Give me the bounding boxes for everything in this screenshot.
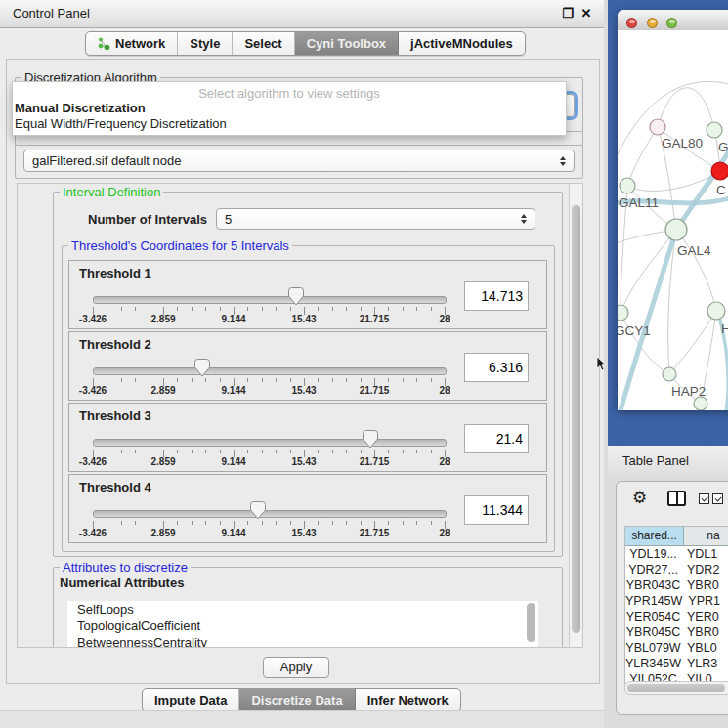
scrollbar-thumb[interactable]: [627, 684, 725, 692]
threshold-value-input[interactable]: [464, 281, 529, 311]
cell-name[interactable]: YBR0: [681, 578, 728, 593]
checkbox-icon[interactable]: [712, 493, 723, 504]
tab-infer-network[interactable]: Infer Network: [356, 689, 460, 711]
table-rows: YDL19...YDL1YDR27...YDR2YBR043CYBR0YPR14…: [625, 546, 728, 684]
cell-shared-name[interactable]: YDR27...: [625, 562, 681, 578]
cell-shared-name[interactable]: YPR145W: [625, 593, 682, 609]
tab-discretize-data[interactable]: Discretize Data: [239, 689, 355, 711]
network-node[interactable]: [711, 162, 728, 180]
vertical-scrollbar[interactable]: [569, 184, 582, 647]
status-strip: [0, 710, 604, 728]
gear-icon[interactable]: ⚙: [632, 488, 647, 508]
control-panel-window: Control Panel ❐ ✕ Network Style Select C…: [0, 0, 604, 728]
table-panel-titlebar: Table Panel: [608, 446, 728, 475]
threshold-value-input[interactable]: [464, 424, 529, 453]
traffic-light-close-icon[interactable]: [626, 18, 637, 28]
attributes-list[interactable]: SelfLoops TopologicalCoefficient Between…: [67, 601, 538, 648]
horizontal-scrollbar[interactable]: [624, 681, 728, 695]
network-canvas[interactable]: GAL80GACGAL11GAL4GCY1HHAP2: [618, 30, 728, 410]
group-attributes-label: Attributes to discretize: [60, 560, 191, 575]
threshold-value-input[interactable]: [464, 353, 529, 382]
cell-shared-name[interactable]: YBR045C: [625, 624, 681, 640]
network-node[interactable]: [707, 122, 722, 138]
cell-name[interactable]: YDR2: [681, 562, 728, 578]
slider-tick-labels: -3.4262.8599.14415.4321.71528: [93, 314, 445, 325]
slider-handle[interactable]: [288, 287, 304, 306]
table-row[interactable]: YDR27...YDR2: [625, 562, 728, 578]
slider-track[interactable]: [93, 510, 447, 518]
traffic-light-zoom-icon[interactable]: [666, 18, 677, 28]
table-panel-window: ⚙ shared... na YDL19...YDL1YDR27...YDR2Y…: [616, 481, 728, 715]
tab-cyni-toolbox[interactable]: Cyni Toolbox: [295, 32, 399, 55]
slider-track[interactable]: [93, 296, 447, 304]
tab-network[interactable]: Network: [86, 32, 178, 55]
cell-name[interactable]: YER0: [681, 609, 728, 624]
cell-shared-name[interactable]: YDL19...: [625, 546, 681, 562]
cell-shared-name[interactable]: YBL079W: [625, 640, 681, 656]
tab-impute-data[interactable]: Impute Data: [143, 689, 239, 711]
data-table[interactable]: shared... na YDL19...YDL1YDR27...YDR2YBR…: [624, 526, 728, 684]
split-view-icon[interactable]: [667, 491, 686, 506]
close-button[interactable]: ✕: [578, 6, 594, 21]
popup-option-manual[interactable]: Manual Discretization: [15, 101, 146, 115]
scrollbar-thumb[interactable]: [572, 205, 580, 633]
number-of-intervals-label: Number of Intervals: [88, 212, 207, 227]
cell-name[interactable]: YBL0: [681, 640, 728, 656]
table-row[interactable]: YLR345WYLR3: [625, 656, 728, 671]
network-titlebar[interactable]: [618, 10, 728, 31]
tab-jactivemnodules[interactable]: jActiveMNodules: [399, 32, 525, 55]
slider-handle[interactable]: [250, 501, 266, 520]
table-row[interactable]: YBL079WYBL0: [625, 640, 728, 656]
threshold-block: Threshold 4 -3.4262.8599.14415.4321.7152…: [68, 474, 547, 543]
node-label: GA: [718, 140, 728, 154]
slider-handle[interactable]: [363, 430, 378, 449]
group-table-data: Table Data galFiltered.sif default node: [15, 131, 583, 179]
table-data-combobox[interactable]: galFiltered.sif default node: [23, 150, 575, 172]
scroll-viewport: Interval Definition Number of Intervals …: [17, 183, 583, 648]
group-threshold-coordinates: Threshold's Coordinates for 5 Intervals …: [62, 245, 555, 552]
cell-shared-name[interactable]: YBR043C: [625, 578, 681, 593]
table-row[interactable]: YBR045CYBR0: [625, 624, 728, 640]
popup-option-equal-width[interactable]: Equal Width/Frequency Discretization: [15, 116, 227, 131]
group-attributes: Attributes to discretize Numerical Attri…: [53, 567, 563, 648]
tab-label: Style: [190, 36, 220, 51]
network-node[interactable]: [650, 119, 665, 135]
network-node[interactable]: [663, 367, 676, 381]
node-label: GAL80: [662, 136, 703, 150]
cell-shared-name[interactable]: YER054C: [625, 609, 681, 624]
tab-style[interactable]: Style: [178, 32, 233, 55]
tab-select[interactable]: Select: [233, 32, 294, 55]
cell-name[interactable]: YPR1: [682, 593, 728, 609]
algorithm-popup: Select algorithm to view settings Manual…: [12, 81, 567, 136]
network-node[interactable]: [665, 219, 687, 240]
table-row[interactable]: YER054CYER0: [625, 609, 728, 624]
list-scrollbar[interactable]: [527, 603, 535, 642]
cell-name[interactable]: YBR0: [681, 624, 728, 640]
network-node[interactable]: [618, 305, 628, 321]
table-row[interactable]: YPR145WYPR1: [625, 593, 728, 609]
slider-track[interactable]: [93, 439, 447, 447]
cell-name[interactable]: YDL1: [681, 546, 728, 562]
traffic-light-minimize-icon[interactable]: [647, 18, 658, 28]
cell-shared-name[interactable]: YLR345W: [625, 656, 681, 671]
cell-name[interactable]: YLR3: [681, 656, 728, 671]
threshold-value-input[interactable]: [464, 495, 529, 525]
table-row[interactable]: YBR043CYBR0: [625, 578, 728, 593]
network-node[interactable]: [707, 302, 725, 320]
table-data-combobox-value: galFiltered.sif default node: [32, 153, 181, 168]
network-node[interactable]: [620, 178, 635, 193]
list-item[interactable]: BetweennessCentrality: [67, 634, 538, 648]
list-item[interactable]: TopologicalCoefficient: [67, 618, 538, 634]
header-cell-shared[interactable]: shared...: [625, 527, 684, 545]
apply-button[interactable]: Apply: [263, 657, 329, 678]
slider-handle[interactable]: [194, 359, 210, 377]
header-cell-name[interactable]: na: [684, 527, 728, 545]
float-button[interactable]: ❐: [560, 6, 576, 21]
list-item[interactable]: SelfLoops: [67, 601, 538, 618]
table-row[interactable]: YDL19...YDL1: [625, 546, 728, 562]
checkbox-icon[interactable]: [699, 493, 709, 504]
number-of-intervals-combobox[interactable]: 5: [216, 208, 535, 230]
slider-track[interactable]: [93, 367, 447, 375]
popup-hint: Select algorithm to view settings: [13, 86, 566, 101]
network-node[interactable]: [694, 397, 707, 410]
